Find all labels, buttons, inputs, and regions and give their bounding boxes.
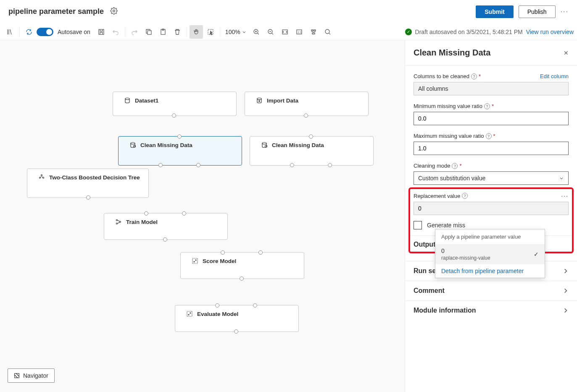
zoom-out-icon[interactable]: [264, 25, 277, 39]
node-train-model[interactable]: Train Model: [104, 213, 228, 240]
search-icon[interactable]: [321, 25, 335, 39]
popup-header: Apply a pipeline parameter value: [435, 229, 545, 244]
navigator-button[interactable]: Navigator: [8, 368, 55, 383]
close-icon[interactable]: ✕: [564, 50, 569, 56]
database-icon: [124, 97, 131, 104]
panel-title: Clean Missing Data: [414, 48, 490, 58]
svg-point-28: [188, 314, 189, 315]
tree-icon: [38, 174, 45, 181]
copy-icon[interactable]: [142, 25, 155, 39]
navigator-icon: [14, 373, 20, 379]
score-icon: [192, 258, 198, 264]
clean-icon: [261, 142, 268, 148]
node-tcbdt[interactable]: Two-Class Boosted Decision Tree: [27, 168, 149, 198]
zoom-level[interactable]: 100%: [223, 29, 249, 35]
popup-item-parameter[interactable]: 0 raplace-missing-value ✓: [435, 244, 545, 264]
svg-point-14: [131, 142, 135, 144]
fit-icon[interactable]: [278, 25, 292, 39]
auto-layout-icon[interactable]: [307, 25, 320, 39]
delete-icon[interactable]: [171, 25, 184, 39]
submit-button[interactable]: Submit: [476, 5, 513, 18]
max-ratio-label: Maximum missing value ratio: [414, 133, 484, 139]
help-icon[interactable]: ?: [452, 163, 458, 169]
paste-icon[interactable]: [156, 25, 170, 39]
success-icon: ✓: [405, 29, 412, 35]
svg-point-26: [195, 260, 196, 260]
chevron-right-icon: [563, 268, 569, 274]
gear-icon[interactable]: [110, 7, 118, 16]
node-evaluate-model[interactable]: Evaluate Model: [175, 305, 299, 332]
min-ratio-input[interactable]: [414, 112, 569, 125]
chevron-right-icon: [563, 308, 569, 313]
refresh-icon[interactable]: [22, 25, 36, 39]
save-icon[interactable]: [95, 25, 108, 39]
generate-label: Generate miss: [427, 222, 465, 229]
chevron-down-icon: [559, 176, 564, 181]
autosave-label: Autosave on: [58, 29, 90, 35]
node-dataset1[interactable]: Dataset1: [113, 92, 237, 116]
module-info-section[interactable]: Module information: [405, 300, 577, 320]
svg-point-0: [113, 10, 115, 12]
replacement-label: Replacement value: [414, 193, 460, 199]
undo-icon[interactable]: [109, 25, 122, 39]
help-icon[interactable]: ?: [486, 133, 492, 139]
model-icon: [115, 218, 122, 225]
check-icon: ✓: [534, 251, 539, 258]
svg-point-11: [325, 29, 329, 34]
parameter-popup: Apply a pipeline parameter value 0 rapla…: [435, 229, 545, 278]
actual-size-icon[interactable]: 1:1: [292, 25, 306, 39]
svg-point-12: [125, 98, 129, 100]
toolbar: Autosave on 100% 1:1 ✓ Draft autosaved o…: [0, 24, 577, 40]
svg-rect-27: [187, 311, 192, 316]
svg-point-25: [194, 261, 195, 262]
svg-point-16: [262, 142, 266, 144]
svg-point-13: [257, 98, 261, 100]
svg-rect-1: [99, 29, 104, 34]
help-icon[interactable]: ?: [484, 103, 490, 109]
columns-label: Columns to be cleaned: [414, 73, 469, 79]
node-import-data[interactable]: Import Data: [245, 92, 369, 116]
view-run-link[interactable]: View run overview: [526, 29, 574, 35]
columns-value: All columns: [414, 82, 569, 95]
chevron-right-icon: [563, 288, 569, 294]
clean-icon: [129, 142, 136, 148]
node-clean-missing-data-1[interactable]: Clean Missing Data: [118, 136, 242, 166]
cleaning-mode-select[interactable]: Custom substitution value: [414, 171, 569, 185]
svg-point-29: [190, 313, 191, 313]
pan-icon[interactable]: [190, 25, 203, 39]
node-clean-missing-data-2[interactable]: Clean Missing Data: [250, 136, 374, 166]
edit-column-link[interactable]: Edit column: [540, 73, 569, 79]
generate-checkbox[interactable]: [414, 221, 422, 229]
evaluate-icon: [186, 310, 193, 317]
import-icon: [256, 97, 263, 104]
comment-section[interactable]: Comment: [405, 281, 577, 300]
more-icon[interactable]: ···: [561, 8, 569, 16]
header-bar: pipeline parameter sample Submit Publish…: [0, 0, 577, 24]
popup-detach[interactable]: Detach from pipeline parameter: [435, 264, 545, 278]
help-icon[interactable]: ?: [462, 193, 468, 199]
svg-text:1:1: 1:1: [298, 31, 302, 34]
help-icon[interactable]: ?: [471, 74, 477, 79]
svg-rect-2: [148, 31, 151, 34]
max-ratio-input[interactable]: [414, 142, 569, 155]
replacement-input[interactable]: [414, 202, 569, 215]
zoom-in-icon[interactable]: [250, 25, 263, 39]
min-ratio-label: Minimum missing value ratio: [414, 103, 482, 109]
cleaning-mode-label: Cleaning mode: [414, 163, 450, 169]
svg-point-18: [41, 175, 42, 176]
autosave-toggle[interactable]: [37, 28, 53, 36]
publish-button[interactable]: Publish: [519, 5, 556, 18]
redo-icon[interactable]: [128, 25, 141, 39]
field-more-icon[interactable]: ···: [561, 192, 569, 199]
node-score-model[interactable]: Score Model: [180, 252, 304, 279]
pipeline-title: pipeline parameter sample: [8, 7, 104, 16]
svg-rect-24: [192, 258, 198, 263]
properties-panel: Clean Missing Data ✕ Columns to be clean…: [405, 40, 577, 392]
library-icon[interactable]: [3, 25, 17, 39]
autosave-status: Draft autosaved on 3/5/2021, 5:48:21 PM: [415, 29, 523, 35]
select-icon[interactable]: [204, 25, 217, 39]
